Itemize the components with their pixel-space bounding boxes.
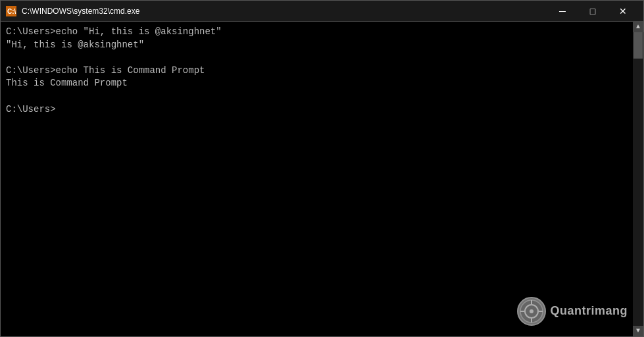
svg-point-4 — [530, 309, 533, 313]
title-bar-left: C:\ C:\WINDOWS\system32\cmd.exe — [6, 6, 139, 16]
console-line: This is Command Prompt — [6, 77, 638, 90]
console-line: C:\Users>echo This is Command Prompt — [6, 65, 638, 78]
watermark-icon — [517, 297, 546, 326]
watermark-text-label: uantrimang — [560, 304, 628, 317]
cmd-window: C:\ C:\WINDOWS\system32\cmd.exe ─ □ ✕ C:… — [0, 0, 644, 337]
console-line: C:\Users>echo "Hi, this is @aksinghnet" — [6, 26, 638, 39]
cmd-icon: C:\ — [6, 6, 16, 16]
close-button[interactable]: ✕ — [608, 1, 638, 22]
console-line: C:\Users> — [6, 103, 638, 117]
watermark: Quantrimang — [517, 297, 628, 326]
minimize-button[interactable]: ─ — [547, 1, 578, 22]
window-controls: ─ □ ✕ — [547, 1, 638, 22]
window-title: C:\WINDOWS\system32\cmd.exe — [22, 7, 139, 16]
console-line — [6, 51, 638, 65]
scrollbar-thumb[interactable] — [633, 32, 643, 59]
maximize-button[interactable]: □ — [578, 1, 608, 22]
console-area[interactable]: C:\Users>echo "Hi, this is @aksinghnet""… — [1, 22, 643, 336]
console-line: "Hi, this is @aksinghnet" — [6, 39, 638, 52]
console-output: C:\Users>echo "Hi, this is @aksinghnet""… — [6, 26, 638, 116]
console-line — [6, 90, 638, 103]
svg-text:C:\: C:\ — [7, 8, 16, 15]
title-bar: C:\ C:\WINDOWS\system32\cmd.exe ─ □ ✕ — [1, 1, 643, 22]
scroll-up-button[interactable]: ▲ — [633, 22, 643, 32]
watermark-text: Quantrimang — [550, 303, 628, 319]
scrollbar[interactable]: ▲ ▼ — [633, 22, 643, 336]
cmd-icon-wrapper: C:\ — [6, 6, 16, 16]
scroll-down-button[interactable]: ▼ — [633, 326, 643, 336]
